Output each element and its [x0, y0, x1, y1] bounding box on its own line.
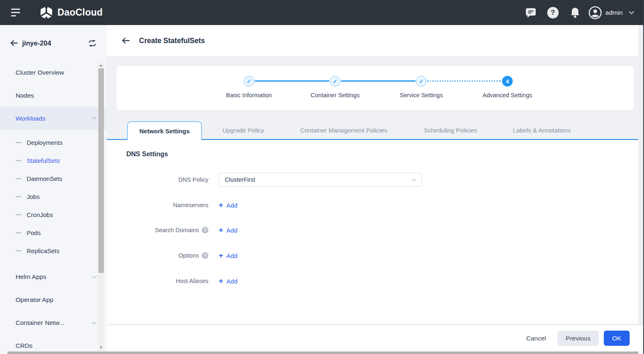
step-1-circle[interactable]: ✓ [244, 76, 254, 87]
notifications-button[interactable] [564, 7, 586, 18]
topbar-actions: ? admin [520, 6, 644, 19]
plus-icon: + [219, 251, 223, 259]
dash-icon [16, 214, 21, 215]
sidebar-header: jinye-204 [0, 25, 107, 61]
sidebar-item-pods[interactable]: Pods [0, 224, 107, 242]
host-aliases-add-button[interactable]: + Add [219, 278, 238, 285]
plus-icon: + [219, 277, 223, 285]
scroll-up-arrow-icon[interactable]: ▲ [98, 62, 104, 68]
step-connector [341, 80, 416, 82]
plus-icon: + [219, 226, 223, 234]
chevron-up-icon [92, 117, 96, 121]
options-add-button[interactable]: + Add [219, 252, 238, 259]
wizard-footer: Cancel Previous OK [107, 325, 644, 351]
help-button[interactable]: ? [542, 7, 564, 18]
swap-arrows-icon [88, 40, 97, 47]
tab-scheduling-policies[interactable]: Scheduling Policies [424, 121, 477, 139]
dash-icon [16, 178, 21, 179]
options-row: Options ? + Add [107, 248, 238, 263]
sidebar-menu: Cluster Overview Nodes Workloads Deploym… [0, 61, 107, 351]
sidebar-item-statefulsets[interactable]: StatefulSets [0, 151, 107, 169]
dns-policy-row: DNS Policy ClusterFirst [107, 172, 422, 187]
tab-container-management-policies[interactable]: Container Management Policies [300, 121, 388, 139]
check-icon: ✓ [419, 78, 424, 85]
back-arrow-icon[interactable] [10, 39, 18, 47]
user-avatar-icon [589, 6, 602, 19]
step-4-label: Advanced Settings [483, 92, 532, 98]
daocloud-cube-icon [39, 5, 54, 20]
sidebar-item-cronjobs[interactable]: CronJobs [0, 206, 107, 224]
sidebar-item-nodes[interactable]: Nodes [0, 84, 107, 107]
dns-policy-label: DNS Policy [107, 176, 208, 183]
tab-labels-annotations[interactable]: Labels & Annotations [513, 121, 571, 139]
page-title: Create StatefulSets [139, 37, 205, 45]
dash-icon [16, 160, 21, 161]
brand-name: DaoCloud [57, 7, 103, 18]
host-aliases-row: Host Aliases + Add [107, 274, 238, 288]
check-icon: ✓ [247, 78, 251, 85]
user-menu[interactable]: admin [589, 6, 633, 19]
sidebar-item-cluster-overview[interactable]: Cluster Overview [0, 61, 107, 84]
cluster-name: jinye-204 [22, 39, 51, 47]
settings-tab-bar: Network Settings Upgrade Policy Containe… [107, 121, 639, 140]
step-3-circle[interactable]: ✓ [416, 76, 427, 87]
bell-icon [570, 7, 580, 18]
nameservers-add-button[interactable]: + Add [219, 202, 238, 209]
sidebar-item-deployments[interactable]: Deployments [0, 133, 107, 151]
dns-settings-heading: DNS Settings [126, 151, 168, 158]
top-bar: DaoCloud ? [0, 0, 644, 25]
help-tooltip-icon[interactable]: ? [202, 227, 208, 233]
sidebar-item-workloads[interactable]: Workloads [0, 107, 107, 130]
step-2-circle[interactable]: ✓ [330, 76, 340, 87]
help-icon: ? [547, 7, 559, 18]
previous-button[interactable]: Previous [557, 331, 599, 346]
help-tooltip-icon[interactable]: ? [202, 252, 208, 259]
sidebar-scrollbar[interactable]: ▲ ▼ [98, 62, 104, 351]
step-3-label: Service Settings [400, 92, 443, 98]
main-scrollbar-track[interactable] [638, 25, 643, 325]
ok-button[interactable]: OK [604, 331, 630, 346]
chevron-down-icon [92, 320, 96, 324]
menu-toggle-button[interactable] [11, 9, 20, 16]
sidebar-item-replicasets[interactable]: ReplicaSets [0, 242, 107, 260]
dns-policy-select[interactable]: ClusterFirst [219, 173, 422, 187]
tab-network-settings[interactable]: Network Settings [127, 121, 202, 140]
sidebar-item-container-network[interactable]: Container Netw... [0, 311, 107, 334]
workloads-submenu: Deployments StatefulSets DaemonSets Jobs… [0, 130, 107, 264]
sidebar-item-crds[interactable]: CRDs [0, 334, 107, 351]
wizard-stepper: ✓ ✓ ✓ 4 Basic Information Container Sett… [117, 66, 634, 110]
step-connector [255, 80, 329, 82]
chevron-down-icon [92, 274, 96, 278]
messages-button[interactable] [520, 7, 542, 18]
sidebar-item-daemonsets[interactable]: DaemonSets [0, 169, 107, 187]
step-4-circle[interactable]: 4 [502, 76, 513, 87]
message-icon [525, 7, 537, 18]
sidebar-item-operator-app[interactable]: Operator App [0, 288, 107, 311]
chevron-down-icon [411, 176, 416, 181]
step-1-label: Basic Information [226, 92, 272, 98]
app-window: DaoCloud ? [0, 0, 644, 354]
horizontal-scrollbar[interactable] [0, 351, 644, 354]
back-arrow-icon[interactable] [121, 37, 130, 44]
dash-icon [16, 232, 21, 233]
sidebar-item-helm-apps[interactable]: Helm Apps [0, 265, 107, 288]
cancel-button[interactable]: Cancel [521, 331, 552, 345]
switch-cluster-button[interactable] [88, 40, 97, 47]
dns-policy-value: ClusterFirst [225, 176, 255, 183]
search-domains-label: Search Domains ? [107, 227, 208, 233]
dash-icon [16, 250, 21, 251]
sidebar-item-jobs[interactable]: Jobs [0, 187, 107, 206]
brand-logo[interactable]: DaoCloud [39, 5, 103, 20]
horizontal-scrollbar-thumb[interactable] [7, 352, 638, 354]
dash-icon [16, 196, 21, 197]
step-2-label: Container Settings [311, 92, 359, 98]
main-area: Create StatefulSets ✓ ✓ ✓ 4 Basic Inform… [107, 25, 644, 354]
nameservers-label: Nameservers [107, 202, 208, 208]
scroll-down-arrow-icon[interactable]: ▼ [98, 345, 104, 350]
dash-icon [16, 142, 21, 143]
search-domains-add-button[interactable]: + Add [219, 227, 238, 234]
sidebar-scrollbar-thumb[interactable] [98, 69, 104, 273]
tab-upgrade-policy[interactable]: Upgrade Policy [222, 121, 264, 139]
plus-icon: + [219, 201, 223, 209]
options-label: Options ? [107, 252, 208, 259]
